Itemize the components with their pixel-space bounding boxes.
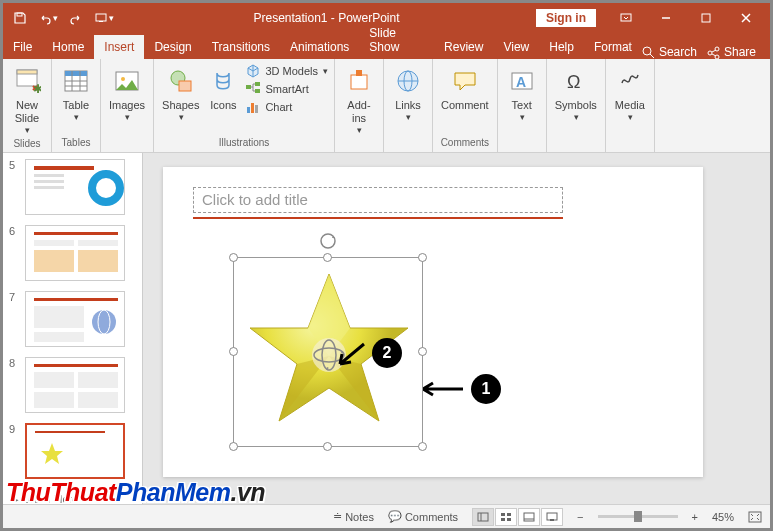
minimize-button[interactable] (646, 5, 686, 31)
table-button[interactable]: Table▾ (58, 63, 94, 125)
symbols-label: Symbols (555, 99, 597, 112)
symbols-button[interactable]: Ω Symbols▾ (553, 63, 599, 125)
slide-thumb-7[interactable] (25, 291, 125, 347)
zoom-in-button[interactable]: + (692, 511, 698, 523)
smartart-button[interactable]: SmartArt (245, 81, 328, 97)
svg-point-6 (643, 47, 651, 55)
text-button[interactable]: A Text▾ (504, 63, 540, 125)
tab-slide-show[interactable]: Slide Show (359, 21, 434, 59)
slideshow-view-button[interactable] (541, 508, 563, 526)
resize-handle-mr[interactable] (418, 347, 427, 356)
search-button[interactable]: Search (642, 45, 697, 59)
resize-handle-tr[interactable] (418, 253, 427, 262)
slide-panel[interactable]: 5 6 7 8 9 ▸ Learn More (3, 153, 143, 504)
3d-models-icon (245, 63, 261, 79)
normal-view-button[interactable] (472, 508, 494, 526)
svg-rect-25 (255, 82, 260, 86)
svg-rect-63 (478, 513, 488, 521)
share-button[interactable]: Share (707, 45, 756, 59)
svg-rect-0 (17, 13, 22, 16)
maximize-button[interactable] (686, 5, 726, 31)
3d-models-button[interactable]: 3D Models ▾ (245, 63, 328, 79)
svg-rect-27 (247, 107, 250, 113)
chart-label: Chart (265, 101, 292, 113)
zoom-thumb[interactable] (634, 511, 642, 522)
3d-models-label: 3D Models (265, 65, 318, 77)
redo-button[interactable] (63, 5, 89, 31)
tab-help[interactable]: Help (539, 35, 584, 59)
rotation-handle[interactable] (319, 232, 337, 250)
svg-text:A: A (516, 74, 526, 90)
sorter-view-button[interactable] (495, 508, 517, 526)
thumb-num-5: 5 (9, 159, 19, 171)
undo-button[interactable]: ▾ (35, 5, 61, 31)
svg-rect-58 (35, 431, 105, 433)
tab-format[interactable]: Format (584, 35, 642, 59)
title-placeholder[interactable]: Click to add title (193, 187, 563, 213)
learn-more-link[interactable]: ▸ Learn More (9, 489, 136, 504)
group-text-label (504, 137, 540, 150)
resize-handle-tm[interactable] (323, 253, 332, 262)
slide-thumb-9[interactable] (25, 423, 125, 479)
notes-button[interactable]: ≐ Notes (333, 510, 374, 523)
slide[interactable]: Click to add title (163, 167, 703, 477)
callout-2-bubble: 2 (372, 338, 402, 368)
tab-file[interactable]: File (3, 35, 42, 59)
close-button[interactable] (726, 5, 766, 31)
tab-view[interactable]: View (493, 35, 539, 59)
slide-canvas[interactable]: Click to add title (143, 153, 770, 504)
ribbon: ✱ New Slide▾ Slides Table▾ Tables Images… (3, 59, 770, 153)
shapes-button[interactable]: Shapes▾ (160, 63, 201, 125)
tab-animations[interactable]: Animations (280, 35, 359, 59)
zoom-slider[interactable] (598, 515, 678, 518)
media-button[interactable]: Media▾ (612, 63, 648, 125)
save-button[interactable] (7, 5, 33, 31)
svg-rect-47 (78, 250, 118, 272)
svg-point-51 (92, 310, 116, 334)
resize-handle-bl[interactable] (229, 442, 238, 451)
new-slide-button[interactable]: ✱ New Slide▾ (9, 63, 45, 138)
zoom-level[interactable]: 45% (712, 511, 734, 523)
resize-handle-tl[interactable] (229, 253, 238, 262)
svg-rect-50 (34, 332, 84, 342)
tab-transitions[interactable]: Transitions (202, 35, 280, 59)
svg-rect-38 (34, 166, 94, 170)
svg-point-8 (708, 51, 712, 55)
links-button[interactable]: Links▾ (390, 63, 426, 125)
group-media-label (612, 137, 648, 150)
svg-rect-42 (34, 186, 64, 189)
group-slides-label: Slides (9, 138, 45, 151)
tab-home[interactable]: Home (42, 35, 94, 59)
fit-to-window-button[interactable] (748, 511, 762, 523)
smartart-icon (245, 81, 261, 97)
ribbon-options-button[interactable] (606, 5, 646, 31)
svg-rect-53 (34, 364, 118, 367)
start-from-beginning-button[interactable]: ▾ (91, 5, 117, 31)
comment-button[interactable]: Comment (439, 63, 491, 114)
sign-in-button[interactable]: Sign in (536, 9, 596, 27)
resize-handle-bm[interactable] (323, 442, 332, 451)
addins-button[interactable]: Add- ins▾ (341, 63, 377, 138)
svg-rect-67 (501, 518, 505, 521)
chart-button[interactable]: Chart (245, 99, 328, 115)
slide-thumb-8[interactable] (25, 357, 125, 413)
svg-line-7 (650, 54, 654, 58)
zoom-out-button[interactable]: − (577, 511, 583, 523)
reading-view-button[interactable] (518, 508, 540, 526)
text-label: Text (512, 99, 532, 112)
smartart-label: SmartArt (265, 83, 308, 95)
tab-design[interactable]: Design (144, 35, 201, 59)
callout-1-bubble: 1 (471, 374, 501, 404)
comments-button[interactable]: 💬 Comments (388, 510, 458, 523)
resize-handle-ml[interactable] (229, 347, 238, 356)
svg-rect-71 (547, 513, 557, 520)
slide-thumb-5[interactable] (25, 159, 125, 215)
slide-thumb-6[interactable] (25, 225, 125, 281)
thumb-num-8: 8 (9, 357, 19, 369)
resize-handle-br[interactable] (418, 442, 427, 451)
tab-review[interactable]: Review (434, 35, 493, 59)
images-button[interactable]: Images▾ (107, 63, 147, 125)
group-symbols-label (553, 137, 599, 150)
tab-insert[interactable]: Insert (94, 35, 144, 59)
icons-button[interactable]: Icons (205, 63, 241, 114)
